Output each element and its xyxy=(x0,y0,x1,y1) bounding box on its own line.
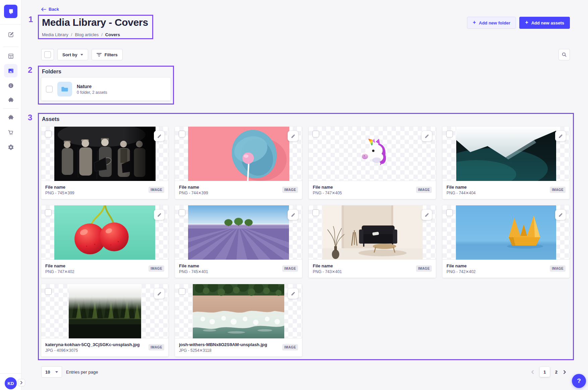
asset-card[interactable]: josh-withers-MBNx8O2S9AM-unsplash.jpg JP… xyxy=(175,284,302,356)
asset-name: File name xyxy=(313,185,342,190)
next-page-button[interactable] xyxy=(563,370,567,374)
asset-image-area xyxy=(309,205,436,260)
asset-footer: File name PNG - 743✕401 IMAGE xyxy=(309,260,436,277)
asset-footer: File name PNG - 747✕405 IMAGE xyxy=(309,181,436,199)
asset-card[interactable]: File name PNG - 744✕399 IMAGE xyxy=(175,127,302,199)
asset-card[interactable]: File name PNG - 743✕401 IMAGE xyxy=(309,205,436,278)
asset-checkbox[interactable] xyxy=(45,288,52,295)
asset-name: File name xyxy=(447,185,476,190)
asset-name: kateryna-kokhan-5CQ_3CjSGKc-unsplash.jpg xyxy=(45,342,140,347)
lollipop-photo xyxy=(188,127,289,181)
annotation-number-1: 1 xyxy=(28,15,33,24)
edit-asset-button[interactable] xyxy=(421,209,432,220)
sidebar-expand-button[interactable] xyxy=(18,379,25,386)
add-new-assets-button[interactable]: + Add new assets xyxy=(519,17,570,29)
page-1-button[interactable]: 1 xyxy=(540,367,550,377)
asset-card[interactable]: kateryna-kokhan-5CQ_3CjSGKc-unsplash.jpg… xyxy=(41,284,168,356)
edit-asset-button[interactable] xyxy=(154,209,165,220)
sidebar-item-content-type-builder[interactable] xyxy=(4,49,17,63)
asset-image-area xyxy=(175,127,302,181)
add-new-folder-button[interactable]: + Add new folder xyxy=(467,17,516,29)
back-link[interactable]: Back xyxy=(41,7,59,12)
asset-card[interactable]: File name PNG - 747✕405 IMAGE xyxy=(309,127,436,199)
asset-type-badge: IMAGE xyxy=(550,187,566,193)
edit-asset-button[interactable] xyxy=(421,131,432,141)
help-button[interactable]: ? xyxy=(572,374,586,388)
asset-footer: File name PNG - 744✕404 IMAGE xyxy=(443,181,570,199)
edit-asset-button[interactable] xyxy=(154,131,165,141)
sidebar-item-content-manager[interactable] xyxy=(4,28,17,41)
select-all-checkbox[interactable] xyxy=(44,51,51,58)
folder-name: Nature xyxy=(77,84,107,89)
sort-by-button[interactable]: Sort by xyxy=(57,49,88,60)
asset-checkbox[interactable] xyxy=(446,209,453,216)
asset-checkbox[interactable] xyxy=(179,288,185,295)
asset-image xyxy=(193,284,284,338)
select-all-button[interactable] xyxy=(41,49,54,60)
asset-checkbox[interactable] xyxy=(179,131,185,137)
asset-image xyxy=(69,284,141,338)
asset-image-area xyxy=(443,127,570,181)
breadcrumb-separator: / xyxy=(101,32,103,37)
edit-asset-button[interactable] xyxy=(555,131,566,141)
folder-checkbox[interactable] xyxy=(46,86,53,92)
chevron-down-icon xyxy=(55,371,58,373)
sidebar-item-purchases[interactable] xyxy=(4,126,17,139)
avatar[interactable]: KD xyxy=(5,377,17,389)
asset-texts: File name PNG - 742✕402 xyxy=(447,263,476,274)
asset-checkbox[interactable] xyxy=(179,209,185,216)
search-button[interactable] xyxy=(558,49,570,60)
sidebar-item-marketplace[interactable] xyxy=(4,111,17,124)
paper-boat-photo xyxy=(456,205,556,260)
sidebar-item-documentation[interactable] xyxy=(4,79,17,92)
asset-image xyxy=(188,127,289,181)
breadcrumb-separator: / xyxy=(71,32,72,37)
edit-asset-button[interactable] xyxy=(288,131,298,141)
edit-asset-button[interactable] xyxy=(154,288,165,299)
asset-checkbox[interactable] xyxy=(45,209,52,216)
breadcrumb-item[interactable]: Media Library xyxy=(42,32,68,37)
plus-icon: + xyxy=(473,20,476,25)
breadcrumb-item[interactable]: Blog articles xyxy=(75,32,99,37)
previous-page-button[interactable] xyxy=(531,370,534,374)
asset-texts: File name PNG - 744✕399 xyxy=(179,185,208,195)
asset-checkbox[interactable] xyxy=(45,131,52,137)
info-icon xyxy=(8,82,14,89)
asset-type-badge: IMAGE xyxy=(416,187,432,193)
entries-per-page-select[interactable]: 10 xyxy=(41,366,62,378)
pencil-icon xyxy=(425,134,429,138)
asset-card[interactable]: File name PNG - 742✕402 IMAGE xyxy=(443,205,570,278)
asset-checkbox[interactable] xyxy=(446,131,453,137)
edit-asset-button[interactable] xyxy=(288,288,298,299)
edit-asset-button[interactable] xyxy=(288,209,298,220)
asset-checkbox[interactable] xyxy=(312,131,319,137)
asset-name: File name xyxy=(313,263,342,268)
asset-card[interactable]: File name PNG - 745✕401 IMAGE xyxy=(175,205,302,278)
sidebar-item-plugins[interactable] xyxy=(4,93,17,107)
asset-type-badge: IMAGE xyxy=(282,265,298,272)
annotation-number-2: 2 xyxy=(28,65,32,75)
sidebar-item-media-library[interactable] xyxy=(4,64,17,77)
edit-asset-button[interactable] xyxy=(555,209,566,220)
asset-card[interactable]: File name PNG - 744✕404 IMAGE xyxy=(443,127,570,199)
asset-footer: File name PNG - 747✕402 IMAGE xyxy=(41,260,168,277)
folder-icon-box xyxy=(57,82,72,96)
asset-image xyxy=(54,127,156,181)
folder-card[interactable]: Nature 0 folder, 2 assets xyxy=(41,78,171,101)
pencil-icon xyxy=(157,134,162,138)
asset-meta: PNG - 743✕401 xyxy=(313,269,342,274)
asset-image xyxy=(54,205,155,260)
filters-button[interactable]: Filters xyxy=(92,49,123,60)
pencil-icon xyxy=(157,213,162,217)
asset-image-area xyxy=(309,127,436,181)
asset-card[interactable]: File name PNG - 745✕399 IMAGE xyxy=(41,127,168,199)
asset-card[interactable]: File name PNG - 747✕402 IMAGE xyxy=(41,205,168,278)
strapi-logo-icon[interactable] xyxy=(4,5,17,18)
asset-type-badge: IMAGE xyxy=(149,187,164,193)
asset-checkbox[interactable] xyxy=(312,209,319,216)
add-new-assets-label: Add new assets xyxy=(531,20,564,25)
page-2-button[interactable]: 2 xyxy=(555,370,557,375)
sidebar-item-settings[interactable] xyxy=(4,140,17,154)
asset-type-badge: IMAGE xyxy=(416,265,432,272)
sofa-interior-photo xyxy=(322,205,423,260)
